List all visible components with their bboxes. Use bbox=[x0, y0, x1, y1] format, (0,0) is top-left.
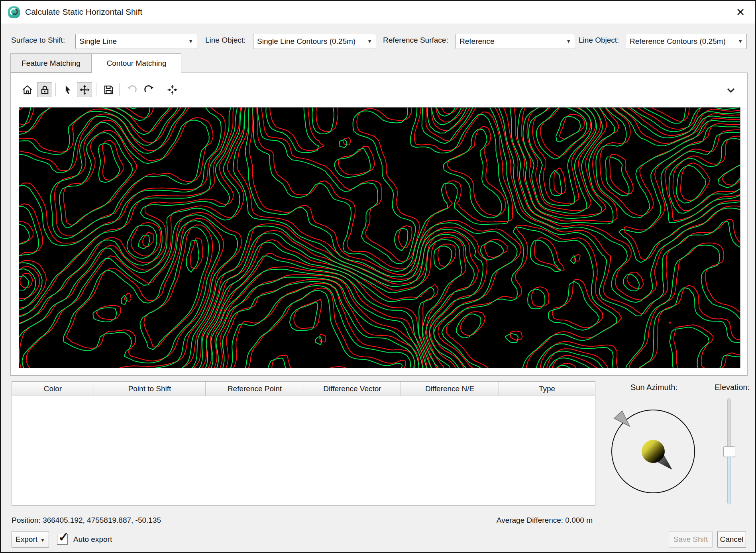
column-header-type[interactable]: Type bbox=[499, 382, 595, 396]
column-header-difference-ne[interactable]: Difference N/E bbox=[401, 382, 499, 396]
undo-button[interactable] bbox=[124, 82, 139, 97]
line-object-2-label: Line Object: bbox=[579, 30, 619, 51]
line-object-2-select[interactable]: Reference Contours (0.25m) ▼ bbox=[626, 34, 747, 49]
elevation-slider-thumb[interactable] bbox=[723, 446, 735, 457]
contour-matching-panel bbox=[10, 73, 748, 376]
export-button-label: Export bbox=[16, 535, 37, 543]
dropdown-arrow-icon: ▼ bbox=[40, 537, 45, 543]
converge-arrows-icon bbox=[167, 84, 178, 95]
tab-contour-matching[interactable]: Contour Matching bbox=[92, 53, 181, 73]
toolbar-separator bbox=[55, 83, 56, 96]
select-button[interactable] bbox=[60, 82, 75, 97]
column-header-color[interactable]: Color bbox=[12, 382, 94, 396]
home-button[interactable] bbox=[20, 82, 35, 97]
reference-surface-value: Reference bbox=[459, 37, 495, 45]
dropdown-arrow-icon: ▼ bbox=[566, 34, 571, 49]
reference-surface-select[interactable]: Reference ▼ bbox=[456, 34, 575, 49]
toolbar-separator bbox=[160, 83, 160, 96]
redo-icon bbox=[144, 84, 155, 95]
reference-surface-label: Reference Surface: bbox=[383, 30, 448, 51]
save-view-button[interactable] bbox=[101, 82, 116, 97]
pan-arrows-icon bbox=[79, 84, 90, 95]
chevron-down-icon bbox=[725, 84, 737, 96]
toolbar-separator bbox=[96, 83, 96, 96]
sun-indicator[interactable] bbox=[642, 440, 665, 463]
shift-points-table: Color Point to Shift Reference Point Dif… bbox=[12, 381, 595, 506]
column-header-difference-vector[interactable]: Difference Vector bbox=[304, 382, 401, 396]
lock-button[interactable] bbox=[37, 82, 52, 97]
redo-button[interactable] bbox=[141, 82, 157, 97]
table-header-row: Color Point to Shift Reference Point Dif… bbox=[12, 382, 595, 396]
dialog-calculate-static-horizontal-shift: Calculate Static Horizontal Shift ✕ Surf… bbox=[0, 0, 756, 553]
line-object-1-label: Line Object: bbox=[205, 30, 245, 51]
column-header-point-to-shift[interactable]: Point to Shift bbox=[94, 382, 206, 396]
cancel-button[interactable]: Cancel bbox=[717, 531, 746, 548]
tab-feature-matching[interactable]: Feature Matching bbox=[10, 53, 92, 73]
map-viewport bbox=[19, 107, 740, 368]
undo-icon bbox=[126, 84, 137, 95]
save-shift-button[interactable]: Save Shift bbox=[669, 531, 713, 548]
dropdown-arrow-icon: ▼ bbox=[188, 34, 193, 49]
title-bar: Calculate Static Horizontal Shift ✕ bbox=[1, 1, 755, 24]
dropdown-arrow-icon: ▼ bbox=[367, 34, 372, 49]
surface-to-shift-value: Single Line bbox=[79, 37, 117, 45]
line-object-2-value: Reference Contours (0.25m) bbox=[630, 37, 726, 45]
surface-to-shift-select[interactable]: Single Line ▼ bbox=[75, 34, 197, 49]
sun-azimuth-label: Sun Azimuth: bbox=[610, 383, 698, 392]
column-header-reference-point[interactable]: Reference Point bbox=[206, 382, 304, 396]
dropdown-arrow-icon: ▼ bbox=[738, 34, 743, 49]
cursor-icon bbox=[63, 84, 73, 95]
sun-azimuth-control[interactable] bbox=[609, 407, 697, 494]
elevation-label: Elevation: bbox=[701, 383, 750, 392]
export-button[interactable]: Export▼ bbox=[12, 531, 49, 548]
toolbar-separator bbox=[119, 83, 120, 96]
center-shift-button[interactable] bbox=[165, 82, 180, 97]
surface-to-shift-label: Surface to Shift: bbox=[11, 30, 65, 51]
dialog-title: Calculate Static Horizontal Shift bbox=[25, 1, 142, 23]
average-difference-readout: Average Difference: 0.000 m bbox=[497, 516, 593, 525]
check-icon: ✓ bbox=[58, 529, 69, 545]
home-icon bbox=[22, 84, 33, 95]
pan-button[interactable] bbox=[77, 82, 92, 97]
app-icon bbox=[8, 6, 20, 19]
auto-export-checkbox[interactable]: ✓ bbox=[57, 534, 68, 545]
auto-export-label: Auto export bbox=[73, 531, 112, 548]
position-readout: Position: 366405.192, 4755819.887, -50.1… bbox=[12, 516, 161, 525]
close-icon[interactable]: ✕ bbox=[732, 4, 749, 21]
line-object-1-select[interactable]: Single Line Contours (0.25m) ▼ bbox=[253, 34, 376, 49]
lock-icon bbox=[39, 84, 50, 95]
line-object-1-value: Single Line Contours (0.25m) bbox=[257, 37, 355, 45]
collapse-toolbar-button[interactable] bbox=[723, 83, 738, 98]
save-icon bbox=[103, 84, 114, 95]
contour-map[interactable] bbox=[19, 108, 740, 368]
